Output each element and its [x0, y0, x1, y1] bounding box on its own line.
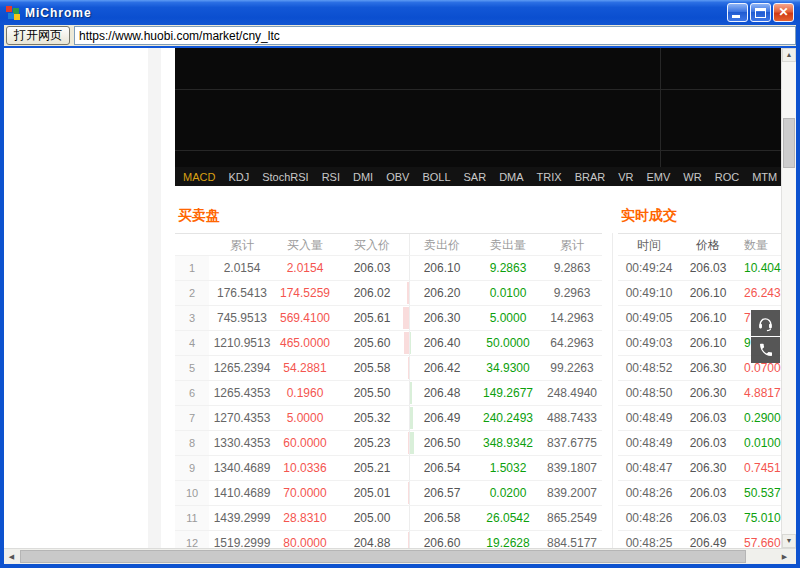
- chart-gridline: [660, 48, 661, 167]
- orderbook-row-index: 5: [175, 356, 209, 380]
- tab-emv[interactable]: EMV: [647, 171, 671, 183]
- buy-price: 205.61: [335, 306, 409, 330]
- orderbook-row[interactable]: 41210.9513465.0000205.60206.4050.000064.…: [175, 331, 602, 356]
- close-button[interactable]: ✕: [773, 3, 794, 22]
- vertical-scroll-thumb[interactable]: [783, 118, 795, 168]
- tab-dma[interactable]: DMA: [499, 171, 523, 183]
- orderbook-row[interactable]: 81330.435360.0000205.23206.50348.9342837…: [175, 431, 602, 456]
- orderbook-row[interactable]: 91340.468910.0336205.21206.541.5032839.1…: [175, 456, 602, 481]
- headset-icon: [757, 315, 774, 332]
- buy-amount: 70.0000: [275, 481, 335, 505]
- orderbook-header-cell: 买入价: [335, 234, 409, 255]
- orderbook-header-cell: 卖出价: [410, 234, 474, 255]
- trade-time: 00:49:24: [618, 256, 680, 280]
- trade-time: 00:48:50: [618, 381, 680, 405]
- orderbook-row[interactable]: 12.01542.0154206.03206.109.28639.2863: [175, 256, 602, 281]
- phone-icon: [758, 342, 774, 358]
- scroll-down-button[interactable]: ▼: [782, 534, 796, 548]
- buy-amount: 2.0154: [275, 256, 335, 280]
- tab-trix[interactable]: TRIX: [537, 171, 562, 183]
- tab-obv[interactable]: OBV: [386, 171, 409, 183]
- trade-price: 206.30: [680, 381, 736, 405]
- buy-price: 205.21: [335, 456, 409, 480]
- buy-cumulative: 1265.4353: [209, 381, 275, 405]
- buy-cumulative: 2.0154: [209, 256, 275, 280]
- sell-amount: 50.0000: [474, 331, 542, 355]
- window-title: MiChrome: [25, 6, 92, 20]
- open-page-button[interactable]: 打开网页: [6, 26, 70, 45]
- tab-boll[interactable]: BOLL: [422, 171, 450, 183]
- orderbook-header-cell: 累计: [209, 234, 275, 255]
- trade-time: 00:49:03: [618, 331, 680, 355]
- tab-vr[interactable]: VR: [618, 171, 633, 183]
- orderbook-row[interactable]: 51265.239454.2881205.58206.4234.930099.2…: [175, 356, 602, 381]
- orderbook-row-index: 10: [175, 481, 209, 505]
- trade-row: 00:48:47206.300.7451: [618, 456, 796, 481]
- sell-price: 206.10: [410, 256, 474, 280]
- sell-cumulative: 99.2263: [542, 356, 602, 380]
- tab-dmi[interactable]: DMI: [353, 171, 373, 183]
- orderbook-header-cell: 买入量: [275, 234, 335, 255]
- tab-macd[interactable]: MACD: [183, 171, 215, 183]
- buy-price: 206.03: [335, 256, 409, 280]
- trade-time: 00:48:49: [618, 431, 680, 455]
- tab-kdj[interactable]: KDJ: [228, 171, 249, 183]
- buy-amount: 0.1960: [275, 381, 335, 405]
- orderbook-row[interactable]: 71270.43535.0000205.32206.49240.2493488.…: [175, 406, 602, 431]
- customer-service-button[interactable]: [751, 310, 780, 336]
- orderbook-row[interactable]: 111439.299928.8310205.00206.5826.0542865…: [175, 506, 602, 531]
- buy-price: 205.32: [335, 406, 409, 430]
- buy-amount: 174.5259: [275, 281, 335, 305]
- sell-amount: 1.5032: [474, 456, 542, 480]
- tab-sar[interactable]: SAR: [464, 171, 487, 183]
- scroll-left-button[interactable]: ◀: [4, 549, 19, 564]
- browser-window: MiChrome ✕ 打开网页 MACDKDJStochRSIRSIDMIOBV…: [0, 0, 800, 568]
- orderbook-row-index: 1: [175, 256, 209, 280]
- orderbook-row[interactable]: 101410.468970.0000205.01206.570.0200839.…: [175, 481, 602, 506]
- orderbook-row[interactable]: 3745.9513569.4100205.61206.305.000014.29…: [175, 306, 602, 331]
- buy-amount: 10.0336: [275, 456, 335, 480]
- trades-title: 实时成交: [618, 202, 796, 233]
- close-icon: ✕: [774, 4, 793, 21]
- trades-header-cell: 价格: [680, 234, 736, 255]
- trade-time: 00:49:05: [618, 306, 680, 330]
- sell-amount: 0.0200: [474, 481, 542, 505]
- sell-cumulative: 9.2863: [542, 256, 602, 280]
- orderbook-header-row: 累计买入量买入价卖出价卖出量累计: [175, 233, 602, 256]
- vertical-scrollbar[interactable]: ▲ ▼: [781, 48, 796, 548]
- phone-contact-button[interactable]: [751, 337, 780, 363]
- tab-mtm[interactable]: MTM: [752, 171, 777, 183]
- sell-cumulative: 14.2963: [542, 306, 602, 330]
- scroll-right-button[interactable]: ▶: [777, 549, 792, 564]
- orderbook-header-cell: 卖出量: [474, 234, 542, 255]
- trade-time: 00:48:52: [618, 356, 680, 380]
- buy-price: 205.50: [335, 381, 409, 405]
- trade-time: 00:48:26: [618, 481, 680, 505]
- trade-price: 206.10: [680, 331, 736, 355]
- scroll-up-button[interactable]: ▲: [782, 48, 796, 62]
- tab-wr[interactable]: WR: [683, 171, 701, 183]
- tab-brar[interactable]: BRAR: [575, 171, 606, 183]
- url-input[interactable]: [74, 26, 796, 45]
- buy-price: 205.58: [335, 356, 409, 380]
- sell-price: 206.60: [410, 531, 474, 548]
- orderbook-row[interactable]: 61265.43530.1960205.50206.48149.2677248.…: [175, 381, 602, 406]
- maximize-button[interactable]: [750, 3, 771, 22]
- tab-stochrsi[interactable]: StochRSI: [262, 171, 308, 183]
- sell-price: 206.54: [410, 456, 474, 480]
- tab-rsi[interactable]: RSI: [322, 171, 340, 183]
- orderbook-row[interactable]: 2176.5413174.5259206.02206.200.01009.296…: [175, 281, 602, 306]
- horizontal-scrollbar[interactable]: ◀ ▶: [4, 548, 796, 564]
- sell-cumulative: 865.2549: [542, 506, 602, 530]
- orderbook-row[interactable]: 121519.299980.0000204.88206.6019.2628884…: [175, 531, 602, 548]
- horizontal-scroll-thumb[interactable]: [20, 550, 746, 563]
- sell-cumulative: 839.2007: [542, 481, 602, 505]
- buy-cumulative: 745.9513: [209, 306, 275, 330]
- tab-roc[interactable]: ROC: [715, 171, 739, 183]
- sell-amount: 240.2493: [474, 406, 542, 430]
- orderbook-row-index: 11: [175, 506, 209, 530]
- trade-row: 00:48:49206.030.0100: [618, 431, 796, 456]
- orderbook-panel: 买卖盘 累计买入量买入价卖出价卖出量累计12.01542.0154206.032…: [175, 202, 602, 548]
- minimize-button[interactable]: [727, 3, 748, 22]
- buy-price: 206.02: [335, 281, 409, 305]
